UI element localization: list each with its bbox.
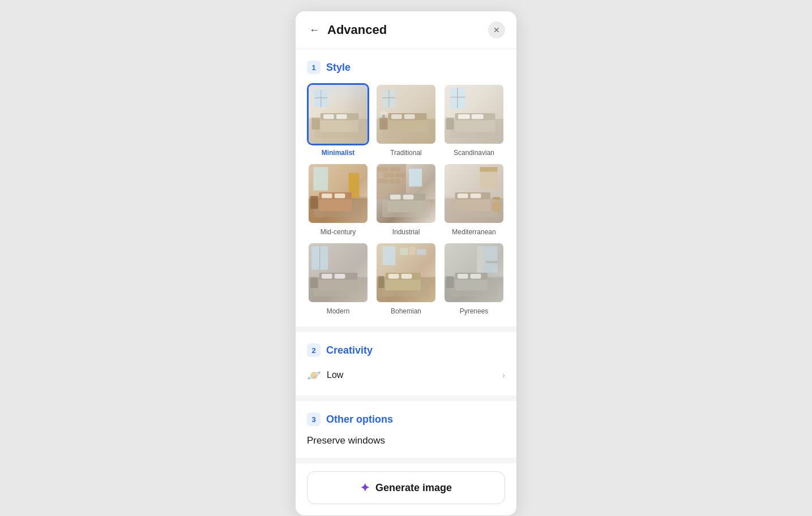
svg-rect-47 bbox=[378, 179, 388, 183]
style-img-wrap-scandinavian bbox=[443, 83, 505, 145]
style-item-midcentury[interactable]: Mid-century bbox=[307, 162, 369, 236]
creativity-value: Low bbox=[327, 370, 343, 380]
style-img-scandinavian bbox=[445, 85, 503, 144]
svg-rect-43 bbox=[378, 167, 388, 171]
svg-rect-6 bbox=[320, 113, 359, 120]
other-options-header: 3 Other options bbox=[307, 412, 505, 426]
other-options-section: 3 Other options Preserve windows bbox=[296, 401, 516, 458]
style-img-wrap-modern bbox=[307, 242, 369, 304]
svg-rect-82 bbox=[401, 274, 412, 278]
page-title: Advanced bbox=[327, 23, 488, 37]
style-label-bohemian: Bohemian bbox=[391, 307, 421, 315]
other-options-content: Preserve windows bbox=[307, 435, 505, 446]
svg-rect-18 bbox=[404, 114, 415, 119]
style-section: 1 Style bbox=[296, 49, 516, 326]
creativity-left: 🪐 Low bbox=[307, 368, 343, 382]
style-img-wrap-industrial bbox=[375, 162, 437, 225]
style-img-wrap-traditional bbox=[375, 83, 437, 145]
style-item-modern[interactable]: Modern bbox=[307, 242, 369, 315]
style-label-midcentury: Mid-century bbox=[320, 228, 356, 236]
planet-icon: 🪐 bbox=[307, 368, 321, 382]
creativity-row[interactable]: 🪐 Low › bbox=[307, 366, 505, 384]
svg-rect-19 bbox=[379, 118, 388, 130]
svg-rect-91 bbox=[458, 274, 468, 278]
svg-rect-88 bbox=[486, 261, 498, 263]
header: ← Advanced ✕ bbox=[296, 11, 516, 49]
style-item-mediterranean[interactable]: Mediterranean bbox=[443, 162, 505, 236]
style-item-industrial[interactable]: Industrial bbox=[375, 162, 437, 236]
svg-rect-52 bbox=[390, 195, 401, 199]
svg-rect-60 bbox=[458, 194, 468, 198]
svg-rect-39 bbox=[335, 194, 345, 198]
style-label-minimalist: Minimalist bbox=[322, 149, 355, 157]
style-item-minimalist[interactable]: Minimalist bbox=[307, 83, 369, 157]
svg-rect-15 bbox=[388, 113, 427, 132]
back-button[interactable]: ← bbox=[307, 22, 322, 38]
style-img-midcentury bbox=[309, 164, 367, 223]
svg-rect-2 bbox=[314, 89, 327, 107]
svg-rect-34 bbox=[313, 167, 328, 191]
other-options-number: 3 bbox=[307, 412, 320, 426]
svg-rect-48 bbox=[390, 179, 400, 183]
svg-rect-93 bbox=[446, 276, 454, 288]
style-img-mediterranean bbox=[445, 164, 503, 223]
style-img-minimalist bbox=[309, 85, 367, 144]
creativity-section-header: 2 Creativity bbox=[307, 343, 505, 357]
style-item-scandinavian[interactable]: Scandinavian bbox=[443, 83, 505, 157]
svg-rect-45 bbox=[383, 173, 394, 178]
style-section-title: Style bbox=[326, 62, 351, 74]
generate-button-label: Generate image bbox=[375, 482, 452, 494]
svg-rect-71 bbox=[335, 274, 345, 278]
style-img-wrap-bohemian bbox=[375, 242, 437, 304]
svg-rect-7 bbox=[323, 114, 334, 119]
svg-point-62 bbox=[492, 200, 501, 212]
svg-rect-81 bbox=[388, 274, 399, 278]
creativity-section-number: 2 bbox=[307, 343, 320, 357]
style-img-traditional bbox=[377, 85, 435, 144]
svg-rect-75 bbox=[382, 246, 395, 265]
style-label-scandinavian: Scandinavian bbox=[454, 149, 494, 157]
svg-rect-24 bbox=[450, 88, 465, 108]
svg-rect-20 bbox=[382, 113, 384, 118]
svg-rect-16 bbox=[388, 113, 427, 120]
svg-point-21 bbox=[380, 111, 387, 115]
preserve-windows-label: Preserve windows bbox=[307, 433, 385, 448]
svg-rect-8 bbox=[336, 114, 347, 119]
style-img-pyrenees bbox=[445, 243, 503, 302]
advanced-panel: ← Advanced ✕ 1 Style bbox=[296, 11, 516, 515]
svg-rect-57 bbox=[480, 167, 497, 171]
close-button[interactable]: ✕ bbox=[488, 22, 505, 38]
style-section-number: 1 bbox=[307, 61, 320, 74]
svg-rect-31 bbox=[446, 118, 454, 130]
style-item-pyrenees[interactable]: Pyrenees bbox=[443, 242, 505, 315]
svg-rect-87 bbox=[477, 246, 482, 273]
svg-rect-29 bbox=[458, 114, 470, 119]
svg-rect-38 bbox=[322, 194, 332, 198]
svg-rect-40 bbox=[310, 196, 318, 209]
creativity-section: 2 Creativity 🪐 Low › bbox=[296, 332, 516, 395]
svg-rect-17 bbox=[391, 114, 402, 119]
svg-rect-76 bbox=[400, 248, 409, 255]
style-label-modern: Modern bbox=[327, 307, 350, 315]
style-item-traditional[interactable]: Traditional bbox=[375, 83, 437, 157]
style-item-bohemian[interactable]: Bohemian bbox=[375, 242, 437, 315]
svg-rect-30 bbox=[472, 114, 484, 119]
creativity-section-title: Creativity bbox=[326, 345, 373, 356]
svg-rect-63 bbox=[493, 197, 499, 199]
style-img-wrap-pyrenees bbox=[443, 242, 505, 304]
style-label-mediterranean: Mediterranean bbox=[452, 228, 495, 236]
svg-rect-44 bbox=[390, 167, 400, 171]
style-img-industrial bbox=[377, 164, 435, 223]
svg-rect-78 bbox=[417, 249, 426, 255]
svg-rect-53 bbox=[403, 195, 414, 199]
style-img-wrap-midcentury bbox=[307, 162, 369, 225]
style-img-wrap-mediterranean bbox=[443, 162, 505, 225]
style-img-modern bbox=[309, 243, 367, 302]
svg-rect-46 bbox=[395, 173, 405, 178]
svg-rect-83 bbox=[378, 276, 384, 288]
generate-image-button[interactable]: ✦ Generate image bbox=[307, 471, 505, 504]
svg-rect-11 bbox=[377, 85, 435, 119]
svg-rect-49 bbox=[409, 169, 422, 186]
svg-rect-70 bbox=[322, 274, 332, 278]
svg-rect-0 bbox=[309, 117, 367, 144]
